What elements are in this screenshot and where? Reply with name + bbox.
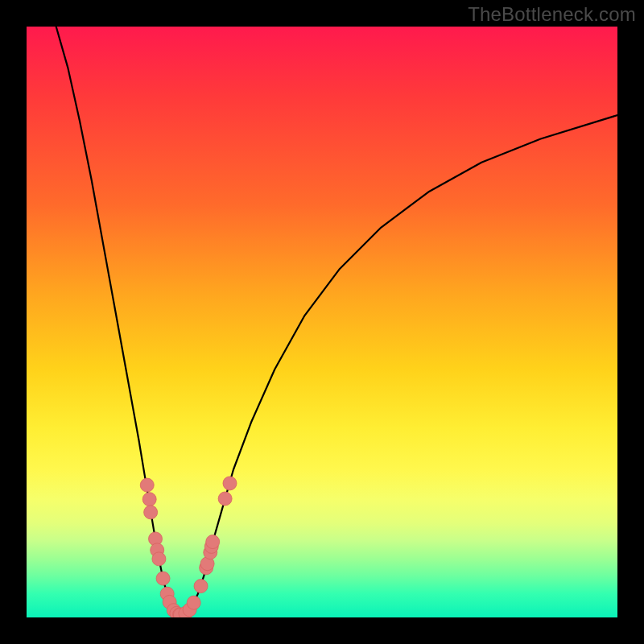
- chart-frame: TheBottleneck.com: [0, 0, 644, 644]
- markers-group: [140, 477, 237, 617]
- data-marker[interactable]: [187, 596, 200, 609]
- data-marker[interactable]: [152, 552, 166, 566]
- data-marker[interactable]: [218, 492, 232, 506]
- chart-svg: [27, 27, 617, 617]
- data-marker[interactable]: [206, 535, 220, 549]
- data-marker[interactable]: [144, 506, 158, 519]
- data-marker[interactable]: [194, 580, 208, 593]
- data-marker[interactable]: [140, 478, 154, 492]
- data-marker[interactable]: [142, 493, 156, 506]
- bottleneck-curve: [56, 27, 617, 615]
- data-marker[interactable]: [156, 572, 170, 585]
- plot-area[interactable]: [27, 27, 617, 617]
- data-marker[interactable]: [223, 477, 237, 490]
- watermark-text: TheBottleneck.com: [468, 3, 636, 26]
